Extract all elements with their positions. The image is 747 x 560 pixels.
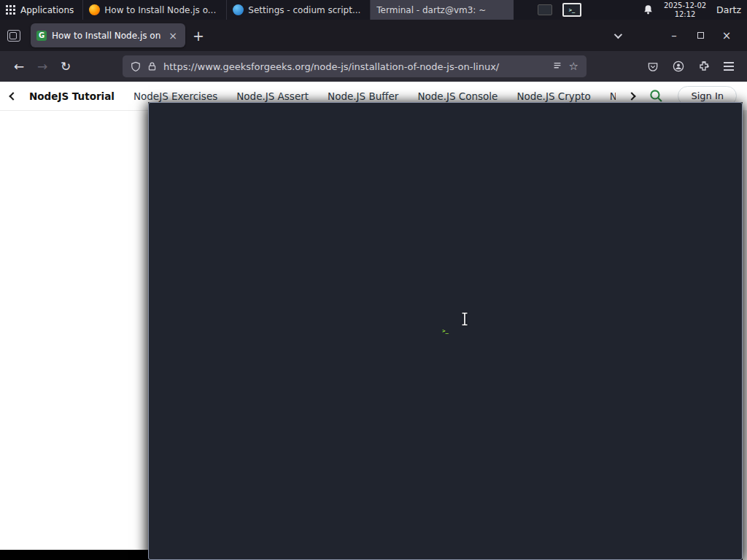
url-bar[interactable]: https://www.geeksforgeeks.org/node-js/in… xyxy=(123,55,587,77)
nav-toolbar: ← → ↻ https://www.geeksforgeeks.org/node… xyxy=(0,51,747,82)
site-nav-link[interactable]: Node.JS Crypto xyxy=(516,90,590,102)
desktop-corner xyxy=(0,550,148,560)
site-nav-link[interactable]: Node.JS Buffer xyxy=(328,90,398,102)
codium-icon xyxy=(233,4,244,15)
site-nav-link[interactable]: Node.JS Console xyxy=(417,90,498,102)
user-label[interactable]: Dartz xyxy=(716,4,743,15)
taskbar-item[interactable]: How to Install Node.js o... xyxy=(82,0,226,20)
taskbar-item-label: Settings - codium script... xyxy=(248,5,360,15)
menu-hamburger-icon[interactable] xyxy=(724,62,734,71)
window-maximize-button[interactable] xyxy=(687,25,713,47)
grid-icon xyxy=(6,5,15,15)
tab-title: How to Install Node.js on xyxy=(52,31,161,41)
taskbar-item-label: Terminal - dartz@vm3: ~ xyxy=(376,5,486,15)
taskbar: How to Install Node.js o...Settings - co… xyxy=(82,0,514,20)
firefox-icon xyxy=(89,4,100,15)
taskbar-item[interactable]: >_Terminal - dartz@vm3: ~ xyxy=(370,0,514,20)
window-minimize-button[interactable]: – xyxy=(661,25,687,47)
extensions-icon[interactable] xyxy=(698,61,710,72)
nav-chevron-left-icon[interactable] xyxy=(9,92,17,100)
lock-icon[interactable] xyxy=(147,61,157,71)
applications-label: Applications xyxy=(20,5,74,15)
tab-close-icon[interactable]: × xyxy=(166,30,179,42)
tab-list-chevron-icon[interactable] xyxy=(604,25,630,47)
top-panel: Applications How to Install Node.js o...… xyxy=(0,0,747,20)
new-tab-button[interactable]: + xyxy=(185,28,212,44)
tab-favicon: G xyxy=(36,31,47,41)
site-nav-link[interactable]: NodeJS Tutorial xyxy=(29,90,115,102)
browser-tab[interactable]: G How to Install Node.js on × xyxy=(31,23,185,47)
pocket-icon[interactable] xyxy=(647,61,659,72)
site-nav-link[interactable]: Node.JS DNS xyxy=(610,90,616,102)
firefox-view-icon[interactable] xyxy=(7,30,20,42)
tray-terminal-icon[interactable]: >_ xyxy=(562,3,581,17)
site-nav-link[interactable]: NodeJS Exercises xyxy=(133,90,217,102)
panel-tray: >_ 2025-12-02 12:12 Dartz xyxy=(538,0,747,20)
shield-icon[interactable] xyxy=(131,61,141,72)
taskbar-item[interactable]: Settings - codium script... xyxy=(226,0,370,20)
tab-bar: G How to Install Node.js on × + – × xyxy=(0,20,747,51)
clock[interactable]: 2025-12-02 12:12 xyxy=(664,1,706,19)
applications-button[interactable]: Applications xyxy=(0,0,82,20)
window-close-button[interactable]: × xyxy=(713,25,740,47)
site-nav-link[interactable]: Node.JS Assert xyxy=(236,90,309,102)
search-icon[interactable] xyxy=(649,89,663,103)
nav-chevron-right-icon[interactable] xyxy=(628,92,636,100)
taskbar-item-label: How to Install Node.js o... xyxy=(104,5,216,15)
back-button[interactable]: ← xyxy=(7,55,31,77)
account-icon[interactable] xyxy=(673,61,684,72)
text-cursor xyxy=(461,312,468,326)
clock-time: 12:12 xyxy=(664,10,706,19)
forward-button[interactable]: → xyxy=(31,55,54,77)
site-nav-links: NodeJS TutorialNodeJS ExercisesNode.JS A… xyxy=(29,90,616,102)
reader-mode-icon[interactable] xyxy=(552,61,562,71)
tray-display-icon[interactable] xyxy=(538,4,552,15)
clock-date: 2025-12-02 xyxy=(664,1,706,10)
bookmark-star-icon[interactable]: ☆ xyxy=(569,60,578,73)
page-scrollbar[interactable] xyxy=(742,111,747,560)
url-text[interactable]: https://www.geeksforgeeks.org/node-js/in… xyxy=(163,61,546,72)
reload-button[interactable]: ↻ xyxy=(54,55,77,77)
bell-icon[interactable] xyxy=(643,4,654,15)
